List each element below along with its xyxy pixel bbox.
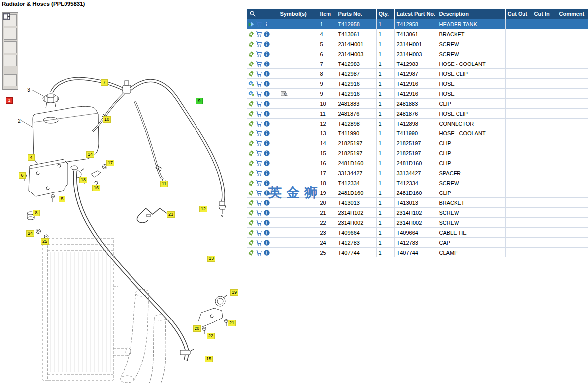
symbol-view-icon[interactable] [281, 90, 288, 97]
configure-icon[interactable] [248, 150, 255, 157]
add-to-cart-icon[interactable] [256, 180, 262, 187]
column-header-cut-in[interactable]: Cut In [532, 9, 557, 19]
info-icon[interactable] [263, 120, 270, 127]
configure-icon[interactable] [248, 239, 255, 246]
callout-13[interactable]: 13 [207, 256, 215, 262]
table-row[interactable]: 192481D16012481D160CLIP [247, 188, 588, 198]
info-icon[interactable] [263, 199, 270, 206]
table-row[interactable]: 25T4077441T407744CLAMP [247, 248, 588, 257]
callout-23[interactable]: 23 [167, 211, 175, 218]
fit-page-button[interactable] [4, 74, 17, 86]
info-icon[interactable] [263, 190, 270, 196]
add-to-cart-icon[interactable] [256, 61, 262, 67]
table-row[interactable]: 24T4127831T412783CAP [247, 238, 588, 248]
callout-11[interactable]: 11 [160, 181, 168, 187]
callout-8[interactable]: 8 [33, 210, 40, 216]
info-icon[interactable] [263, 219, 270, 226]
table-row[interactable]: 52314H00112314H001SCREW [247, 39, 588, 49]
configure-icon[interactable] [248, 249, 255, 256]
add-to-cart-icon[interactable] [256, 219, 262, 226]
column-header-latest-part-no-[interactable]: Latest Part No. [394, 9, 437, 19]
callout-15[interactable]: 15 [205, 356, 213, 362]
table-row[interactable]: 11248187612481876HOSE CLIP [247, 109, 588, 119]
info-icon[interactable] [263, 180, 270, 187]
table-row[interactable]: 62314H00312314H003SCREW [247, 49, 588, 59]
table-row[interactable]: 20T4130131T413013BRACKET [247, 198, 588, 208]
add-to-cart-icon[interactable] [256, 31, 262, 38]
table-row[interactable]: 7T4129831T412983HOSE - COOLANT [247, 59, 588, 69]
table-row[interactable]: 162481D16012481D160CLIP [247, 158, 588, 168]
add-to-cart-icon[interactable] [256, 160, 262, 167]
configure-icon[interactable] [248, 70, 255, 77]
callout-10[interactable]: 10 [103, 116, 111, 123]
table-row[interactable]: 23T4096641T409664CABLE TIE [247, 228, 588, 238]
configure-icon[interactable] [248, 219, 255, 226]
info-icon[interactable] [263, 51, 270, 58]
add-to-cart-icon[interactable] [256, 80, 262, 87]
column-header-qty-[interactable]: Qty. [376, 9, 394, 19]
add-to-cart-icon[interactable] [256, 130, 262, 137]
add-to-cart-icon[interactable] [256, 249, 262, 256]
info-icon[interactable] [263, 41, 270, 48]
add-to-cart-icon[interactable] [256, 21, 262, 28]
configure-icon[interactable] [248, 120, 255, 127]
configure-icon[interactable] [248, 130, 255, 137]
table-row[interactable]: 9T4129161T412916HOSE [247, 89, 588, 99]
add-to-cart-icon[interactable] [256, 209, 262, 216]
callout-24[interactable]: 24 [26, 230, 34, 237]
configure-icon[interactable] [248, 31, 255, 38]
configure-icon[interactable] [248, 140, 255, 147]
table-row[interactable]: 1T4129581T412958HEADER TANK [247, 19, 588, 29]
add-to-cart-icon[interactable] [256, 70, 262, 77]
column-header-description[interactable]: Description [437, 9, 505, 19]
add-to-cart-icon[interactable] [256, 170, 262, 177]
callout-6[interactable]: 6 [19, 172, 26, 179]
table-row[interactable]: 4T4130611T413061BRACKET [247, 29, 588, 39]
callout-4[interactable]: 4 [28, 154, 35, 161]
table-row[interactable]: 12T4128981T412898CONNECTOR [247, 119, 588, 128]
table-row[interactable]: 18T4123341T412334SCREW [247, 178, 588, 188]
configure-icon[interactable] [248, 110, 255, 117]
column-header-symbol-s-[interactable]: Symbol(s) [278, 9, 318, 19]
info-icon[interactable] [263, 110, 270, 117]
column-header-parts-no-[interactable]: Parts No. [336, 9, 376, 19]
configure-icon[interactable] [248, 41, 255, 48]
table-row[interactable]: 212314H10212314H102SCREW [247, 208, 588, 218]
info-icon[interactable] [263, 100, 270, 107]
add-to-cart-icon[interactable] [256, 41, 262, 48]
selected-row-icon[interactable] [248, 21, 255, 28]
info-icon[interactable] [263, 61, 270, 67]
add-to-cart-icon[interactable] [256, 120, 262, 127]
configure-icon[interactable] [248, 100, 255, 107]
callout-20[interactable]: 20 [193, 325, 201, 332]
table-row[interactable]: 1521825197121825197CLIP [247, 148, 588, 158]
tile-view-button[interactable] [4, 41, 17, 53]
callout-1[interactable]: 1 [6, 97, 13, 104]
callout-18[interactable]: 18 [79, 177, 87, 183]
table-row[interactable]: 10248188312481883CLIP [247, 99, 588, 109]
info-icon[interactable] [263, 239, 270, 246]
info-icon[interactable] [263, 160, 270, 167]
column-header-comment[interactable]: Comment [557, 9, 588, 19]
configure-icon[interactable] [248, 190, 255, 196]
info-icon[interactable] [263, 130, 270, 137]
zoom-out-button[interactable] [4, 28, 17, 40]
info-icon[interactable] [263, 249, 270, 256]
info-icon[interactable] [263, 90, 270, 97]
info-icon[interactable] [263, 150, 270, 157]
info-icon[interactable] [263, 70, 270, 77]
table-row[interactable]: 8T4129871T412987HOSE CLIP [247, 69, 588, 79]
callout-5[interactable]: 5 [59, 196, 65, 202]
configure-icon[interactable] [248, 180, 255, 187]
table-row[interactable]: 9T4129161T412916HOSE [247, 79, 588, 89]
search-icon[interactable] [249, 10, 256, 17]
add-to-cart-icon[interactable] [256, 190, 262, 196]
add-to-cart-icon[interactable] [256, 140, 262, 147]
column-header-cut-out[interactable]: Cut Out [505, 9, 532, 19]
add-to-cart-icon[interactable] [256, 229, 262, 236]
configure-icon[interactable] [248, 160, 255, 167]
add-to-cart-icon[interactable] [256, 150, 262, 157]
callout-7[interactable]: 7 [101, 79, 108, 86]
callout-25[interactable]: 25 [41, 238, 49, 245]
table-row[interactable]: 222314H00212314H002SCREW [247, 218, 588, 228]
